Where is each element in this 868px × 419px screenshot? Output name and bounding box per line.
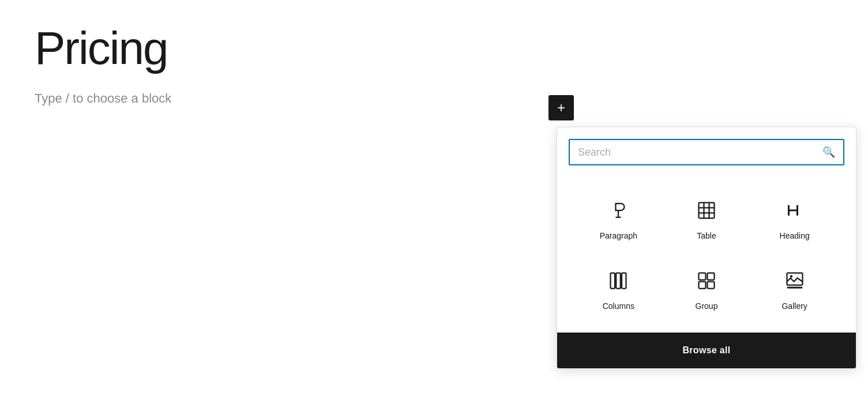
block-item-table[interactable]: Table [663,186,751,251]
svg-rect-9 [622,273,626,289]
search-container: 🔍 [557,127,856,175]
browse-all-button[interactable]: Browse all [557,333,856,368]
block-item-paragraph[interactable]: Paragraph [574,186,663,251]
search-icon: 🔍 [822,146,835,158]
search-input[interactable] [578,146,822,158]
svg-rect-2 [698,203,714,218]
columns-label: Columns [603,301,634,311]
block-item-gallery[interactable]: Gallery [750,256,839,321]
svg-rect-7 [611,273,615,289]
svg-rect-11 [707,273,714,280]
search-input-wrapper: 🔍 [569,139,844,165]
svg-point-15 [790,275,792,278]
block-picker: 🔍 Paragraph [557,127,856,369]
svg-rect-16 [787,287,802,289]
group-label: Group [696,301,718,311]
gallery-icon [781,267,809,295]
table-icon [693,197,720,224]
blocks-grid: Paragraph Table [557,175,856,333]
page-title: Pricing [35,23,833,74]
block-item-group[interactable]: Group [663,256,751,321]
svg-rect-8 [617,273,621,289]
svg-rect-13 [707,282,714,289]
block-item-columns[interactable]: Columns [574,256,663,321]
table-label: Table [697,231,716,240]
group-icon [693,267,720,295]
paragraph-icon [604,197,632,224]
columns-icon [604,267,632,295]
gallery-label: Gallery [781,301,807,311]
heading-label: Heading [780,231,810,240]
svg-rect-10 [698,273,705,280]
paragraph-label: Paragraph [600,231,637,240]
svg-rect-12 [698,282,705,289]
page-placeholder-text: Type / to choose a block [35,91,833,106]
add-block-button[interactable]: + [548,95,574,120]
heading-icon [781,197,809,224]
block-item-heading[interactable]: Heading [750,186,839,251]
